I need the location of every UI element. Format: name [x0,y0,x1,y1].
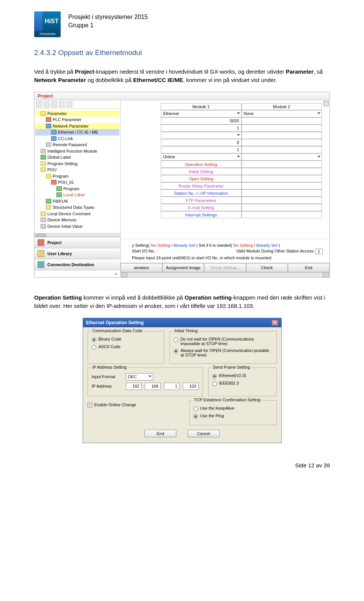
open-setting-link[interactable]: Open Setting [161,175,242,182]
station-ip-link[interactable]: Station No. <->IP Information [161,189,242,197]
module1-val[interactable]: 1 [161,125,242,132]
ip-octet-1[interactable]: 192 [126,383,142,390]
toolbar-icon[interactable] [59,101,65,107]
doc-title-line2: Gruppe 1 [68,21,148,30]
parameters-button[interactable]: ameters [121,263,162,272]
radio-checked-icon [193,414,198,419]
nav-collapse-button[interactable]: » [35,270,120,277]
tree-fbfun[interactable]: FB/FUN [35,198,119,205]
toolbar-icon[interactable] [36,101,42,107]
radio-icon [193,407,198,411]
tree-local-device-comment[interactable]: Local Device Comment [35,211,119,217]
project-icon [38,239,44,246]
radio-icon [174,338,178,342]
radio-checked-icon [174,349,178,353]
hist-logo: HiST TRONDHEIM [34,11,61,37]
tree-pou01[interactable]: POU_01 [35,179,119,186]
scroll-up-icon[interactable] [323,101,329,106]
end-button[interactable]: End [288,263,329,272]
tree-hscroll[interactable] [35,233,120,237]
ip-octet-2[interactable]: 168 [145,383,161,390]
dialog-title: Ethernet Operation Setting [86,320,144,325]
param-icon [46,117,51,122]
ping-radio[interactable]: Use the Ping [193,413,273,419]
valid-module-input[interactable]: 1 [315,249,323,254]
module1-type-select[interactable]: Ethernet [161,110,242,117]
timing-alwayswait-radio[interactable]: Always wait for OPEN (Communication poss… [174,348,273,357]
folder-icon [46,174,51,178]
toolbar-icon[interactable] [51,101,57,107]
ip-octet-4[interactable]: 103 [183,383,199,390]
tree-local-label[interactable]: Local Label [35,192,119,198]
tree-pou[interactable]: POU [35,167,119,173]
network-icon [46,124,51,128]
module-grid: Module 1 Module 2 Ethernet None 0020 1 0… [121,100,329,218]
folder-icon [41,167,46,172]
nav-connection-destination[interactable]: Connection Destination [35,259,120,270]
paragraph-1: Ved å trykke på Project-knappen nederst … [34,68,330,84]
timing-nowait-radio[interactable]: Do not wait for OPEN (Communications imp… [174,337,273,346]
tree-plc-parameter[interactable]: PLC Parameter [35,117,119,123]
ascii-code-radio[interactable]: ASCII Code [92,344,160,350]
module1-io-no[interactable]: 0020 [161,117,242,125]
folder-icon [41,161,46,166]
tree-cc-link[interactable]: CC-Link [35,136,119,142]
tree-parameter[interactable]: Parameter [35,110,119,117]
assignment-image-button[interactable]: Assignment Image [162,263,204,272]
group-setting-button[interactable]: Group Setting... [204,263,246,272]
ip-address-setting-group: IP Address Setting Input Format DEC IP A… [88,368,203,396]
radio-checked-icon [212,374,217,379]
tree-ethernet-cc[interactable]: Ethernet / CC IE / ME [35,129,119,136]
keepalive-radio[interactable]: Use the KeepAlive [193,406,273,411]
project-panel-title: Project [35,92,329,100]
email-link[interactable]: E-mail Setting [161,204,242,211]
fb-icon [46,199,51,203]
radio-icon [212,382,217,386]
section-heading: 2.4.3.2 Oppsett av Ethernetmodul [34,49,330,57]
toolbar-icon[interactable] [44,101,50,107]
tree-program-setting[interactable]: Program Setting [35,161,119,167]
input-format-select[interactable]: DEC [126,373,153,380]
tree-network-parameter[interactable]: Network Parameter [35,123,119,129]
tree-intelligent-module[interactable]: Intelligent Function Module [35,148,119,155]
cclink-icon [51,136,56,141]
check-button[interactable]: Check [246,263,288,272]
interrupt-link[interactable]: Interrupt Settings [161,211,242,218]
tree-program2[interactable]: Program [35,186,119,192]
initial-setting-link[interactable]: Initial Setting [161,168,242,175]
module-header-2: Module 2 [242,103,322,110]
status-area: y Setting( No Setting / Already Set ) Se… [121,239,329,263]
dialog-end-button[interactable]: End [144,430,176,437]
nav-project[interactable]: Project [35,237,120,248]
ftp-link[interactable]: FTP Parameters [161,197,242,204]
operation-setting-link[interactable]: Operation Setting [161,161,242,168]
module2-type-select[interactable]: None [242,110,322,117]
binary-code-radio[interactable]: Binary Code [92,337,160,342]
folder-icon [41,211,46,216]
lock-icon [46,142,51,147]
close-icon[interactable]: × [271,320,278,326]
dialog-cancel-button[interactable]: Cancel [188,430,220,437]
ethernet-v2-radio[interactable]: Ethernet(V2.0) [212,373,273,379]
tree-struct-types[interactable]: Structured Data Types [35,204,119,211]
project-tree-panel: Parameter PLC Parameter Network Paramete… [35,100,121,278]
tree-global-label[interactable]: Global Label [35,154,119,161]
paragraph-2: Operation Setting kommer vi innpå ved å … [34,293,330,310]
tree-device-memory[interactable]: Device Memory [35,217,119,223]
gxworks-screenshot: Project Parameter PLC Parameter Network … [34,92,330,278]
struct-icon [46,205,51,210]
tcp-existence-group: TCP Existence Confirmation Setting Use t… [189,400,277,425]
horizontal-scrollbar[interactable] [121,272,329,277]
module1-mode[interactable]: Online [161,153,242,161]
toolbar-icon[interactable] [66,101,72,107]
tree-program[interactable]: Program [35,173,119,180]
tree-device-initial[interactable]: Device Initial Value [35,223,119,230]
ip-octet-3[interactable]: 1 [164,383,180,390]
tree-remote-password[interactable]: Remote Password [35,142,119,148]
program-icon [56,186,62,191]
router-relay-link[interactable]: Router Relay Parameter [161,182,242,189]
enable-online-change-checkbox[interactable]: Enable Online Change [88,402,184,407]
module-header-1: Module 1 [161,103,242,110]
nav-user-library[interactable]: User Library [35,248,120,259]
ieee8023-radio[interactable]: IEEE802.3 [212,381,273,386]
